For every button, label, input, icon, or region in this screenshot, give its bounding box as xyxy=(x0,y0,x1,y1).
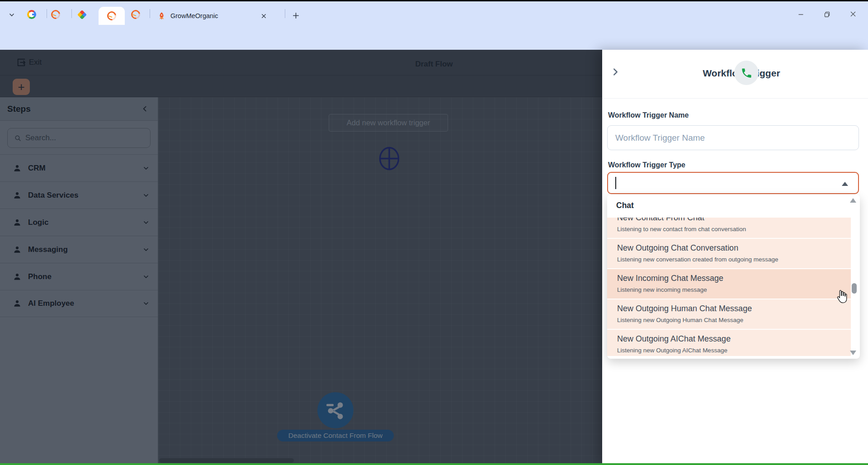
pinned-tab-growmeorganic-2[interactable] xyxy=(131,9,141,19)
scroll-down-arrow-icon[interactable] xyxy=(850,351,856,355)
dropdown-scrollbar-thumb[interactable] xyxy=(852,283,857,294)
sidebar-item-phone[interactable]: Phone xyxy=(0,263,158,290)
browser-titlebar: GrowMeOrganic xyxy=(0,1,868,25)
sidebar-item-messaging[interactable]: Messaging xyxy=(0,236,158,263)
tab-separator xyxy=(150,9,150,18)
tab-close-icon[interactable] xyxy=(259,11,269,21)
browser-toolbar: app.glidecampaign.com/flow/create A Veri… xyxy=(0,25,868,50)
rocket-icon xyxy=(157,12,166,20)
tab-separator xyxy=(285,9,285,18)
scroll-up-arrow-icon[interactable] xyxy=(850,198,856,203)
sidebar-item-crm[interactable]: CRM xyxy=(0,154,158,181)
person-icon xyxy=(13,218,22,227)
active-pinned-tab[interactable] xyxy=(99,7,125,25)
steps-title: Steps xyxy=(7,104,31,114)
add-step-button[interactable]: + xyxy=(13,79,30,95)
option-new-outgoing-chat-conversation[interactable]: New Outgoing Chat Conversation Listening… xyxy=(607,239,851,269)
chevron-down-icon xyxy=(142,165,150,172)
screen-share-border xyxy=(0,463,868,465)
person-icon xyxy=(13,299,22,308)
steps-header: Steps xyxy=(0,97,158,121)
dropdown-options-viewport: New Contact From Chat Listening to new c… xyxy=(607,218,851,356)
chevron-down-icon xyxy=(142,300,150,307)
search-icon xyxy=(14,134,22,142)
name-input-placeholder: Workflow Trigger Name xyxy=(615,133,705,143)
sidebar-item-logic[interactable]: Logic xyxy=(0,209,158,236)
growmeorganic-logo-icon xyxy=(49,8,62,21)
trigger-type-dropdown: Chat New Contact From Chat Listening to … xyxy=(607,195,860,359)
chevron-down-icon xyxy=(142,192,150,199)
pinned-tab-growmeorganic-1[interactable] xyxy=(51,9,61,19)
tab-title: GrowMeOrganic xyxy=(170,12,259,19)
person-icon xyxy=(13,245,22,254)
person-icon xyxy=(13,191,22,200)
node-minus-badge xyxy=(326,404,334,406)
window-minimize-button[interactable] xyxy=(793,7,808,21)
workflow-trigger-name-input[interactable]: Workflow Trigger Name xyxy=(607,125,859,150)
mouse-cursor-hand-icon xyxy=(835,289,849,305)
chevron-down-icon xyxy=(142,273,150,280)
person-icon xyxy=(13,164,22,173)
person-icon xyxy=(13,272,22,281)
select-arrow-icon[interactable] xyxy=(842,182,848,186)
trigger-type-badge xyxy=(734,61,759,85)
steps-category-list: CRM Data Services Logic Messaging xyxy=(0,154,158,317)
sidebar-item-data-services[interactable]: Data Services xyxy=(0,181,158,209)
dropdown-group-header: Chat xyxy=(616,201,634,210)
add-workflow-trigger-button[interactable]: Add new workflow trigger xyxy=(329,114,448,132)
tab-separator xyxy=(71,9,72,18)
collapse-sidebar-icon[interactable] xyxy=(141,105,149,113)
window-close-button[interactable] xyxy=(845,7,861,21)
option-new-outgoing-aichat-message[interactable]: New Outgoing AIChat Message Listening ne… xyxy=(607,330,851,356)
google-icon xyxy=(27,10,36,19)
steps-search-input[interactable]: Search... xyxy=(7,128,151,148)
viewport-origin-crosshair-icon xyxy=(379,147,400,171)
deactivate-node-label[interactable]: Deactivate Contact From Flow xyxy=(277,430,394,441)
search-placeholder: Search... xyxy=(25,133,56,142)
window-restore-button[interactable] xyxy=(819,7,835,21)
phone-icon xyxy=(741,67,753,79)
tab-growmeorganic[interactable]: GrowMeOrganic xyxy=(153,7,288,25)
deactivate-node-icon[interactable] xyxy=(317,392,354,428)
growmeorganic-logo-icon xyxy=(105,9,118,22)
workflow-trigger-type-select[interactable] xyxy=(607,172,859,194)
growmeorganic-logo-icon xyxy=(129,8,142,21)
sidebar-item-ai-employee[interactable]: AI Employee xyxy=(0,290,158,317)
diamond-icon xyxy=(77,9,86,19)
panel-divider xyxy=(602,98,868,99)
type-field-label: Workflow Trigger Type xyxy=(608,161,685,169)
text-caret xyxy=(615,177,616,189)
plus-icon: + xyxy=(18,80,24,94)
option-new-incoming-chat-message[interactable]: New Incoming Chat Message Listening new … xyxy=(607,269,851,299)
canvas-horizontal-scrollbar[interactable] xyxy=(159,458,294,463)
chevron-down-icon xyxy=(142,246,150,253)
option-new-outgoing-human-chat-message[interactable]: New Outgoing Human Chat Message Listenin… xyxy=(607,299,851,330)
pinned-tab-merchant[interactable] xyxy=(77,9,87,19)
screen: GrowMeOrganic xyxy=(0,0,868,465)
steps-sidebar: Steps Search... CRM Data S xyxy=(0,97,158,465)
tab-separator xyxy=(47,9,47,18)
workflow-trigger-panel: Workflow Trigger Workflow Trigger Name W… xyxy=(602,50,868,465)
pinned-tab-google[interactable] xyxy=(27,9,37,19)
tab-search-chevron-icon[interactable] xyxy=(5,8,19,22)
new-tab-button[interactable] xyxy=(289,9,302,22)
flow-canvas[interactable]: Add new workflow trigger Deactivate Cont… xyxy=(158,97,602,465)
header-divider xyxy=(0,75,602,76)
option-new-contact-from-chat[interactable]: New Contact From Chat Listening to new c… xyxy=(607,218,851,239)
chevron-down-icon xyxy=(142,219,150,226)
name-field-label: Workflow Trigger Name xyxy=(608,111,689,119)
